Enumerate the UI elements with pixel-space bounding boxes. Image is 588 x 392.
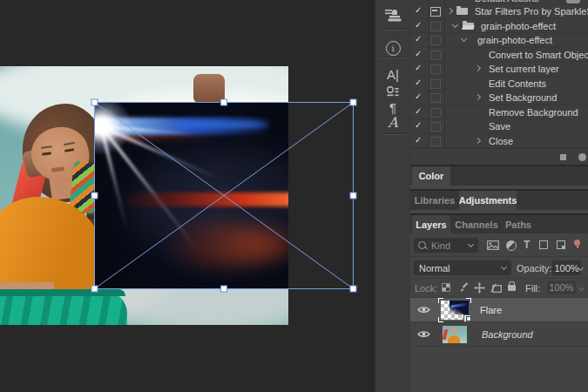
tool-presets-panel-icon[interactable] [375, 5, 410, 28]
layer-row-background[interactable]: Background [410, 322, 588, 347]
transform-handle-mid-right[interactable] [350, 193, 356, 199]
modal-toggle-empty[interactable] [430, 64, 441, 74]
modal-toggle-empty[interactable] [430, 93, 441, 103]
visibility-eye-icon[interactable] [417, 305, 430, 314]
transform-handle-top-left[interactable] [91, 99, 98, 105]
fill-value: 100% [549, 282, 573, 293]
action-step-row[interactable]: ✓ Set current layer [410, 62, 588, 77]
include-check-icon[interactable]: ✓ [415, 5, 422, 15]
include-check-icon[interactable]: ✓ [415, 63, 422, 72]
filter-kind-dropdown[interactable]: Kind [414, 238, 478, 253]
expand-chevron-icon[interactable] [475, 65, 481, 71]
modal-toggle-empty[interactable] [430, 79, 441, 89]
flare-layer-thumbnail[interactable] [441, 301, 469, 320]
character-styles-panel-icon[interactable]: A [375, 112, 410, 134]
include-check-icon[interactable]: ✓ [415, 20, 422, 30]
layers-tabbar: Layers Channels Paths [410, 215, 588, 233]
filter-pixel-layers-icon[interactable] [487, 240, 499, 250]
background-layer-thumbnail[interactable] [443, 326, 467, 343]
layer-name[interactable]: Background [482, 329, 533, 340]
fill-label: Fill: [525, 283, 540, 294]
filter-shape-layers-icon[interactable] [539, 240, 548, 249]
tab-layers[interactable]: Layers [412, 215, 450, 233]
action-step-label: Close [489, 136, 513, 146]
scrollbar-thumb-fragment[interactable] [566, 0, 580, 3]
tab-color[interactable]: Color [412, 166, 450, 186]
info-panel-icon[interactable]: i [375, 37, 410, 59]
blend-mode-dropdown[interactable]: Normal [414, 260, 511, 275]
include-check-icon[interactable]: ✓ [415, 34, 422, 44]
transform-handle-bottom-left[interactable] [91, 286, 98, 292]
action-step-label: Set Background [489, 92, 557, 103]
tab-adjustments[interactable]: Adjustments [459, 191, 517, 210]
thumb-corner [438, 317, 443, 322]
action-step-label: Edit Contents [489, 78, 546, 89]
modal-dialog-toggle-icon[interactable] [430, 7, 441, 17]
stop-recording-button[interactable] [560, 154, 566, 160]
lock-position-icon[interactable] [474, 282, 485, 294]
blend-mode-value: Normal [419, 263, 449, 274]
filter-adjustment-layers-icon[interactable] [506, 240, 517, 251]
panels-column: Default Actions ✓ Star Filters Pro by Sp… [410, 0, 588, 392]
action-step-row[interactable]: ✓ Remove Background [410, 105, 588, 120]
expand-chevron-icon[interactable] [447, 8, 453, 14]
lock-image-pixels-icon[interactable] [458, 282, 469, 293]
action-step-row[interactable]: ✓ Save [410, 119, 588, 134]
lock-transparent-pixels-icon[interactable] [442, 283, 450, 292]
collapse-chevron-icon[interactable] [452, 21, 458, 27]
action-step-row[interactable]: ✓ Convert to Smart Object [410, 48, 588, 63]
action-step-row[interactable]: ✓ Edit Contents [410, 77, 588, 91]
action-step-row[interactable]: ✓ Set Background [410, 91, 588, 105]
action-set-row[interactable]: ✓ grain-photo-effect [410, 19, 588, 34]
layer-row-flare[interactable]: Flare [410, 298, 588, 322]
fill-dropdown-button[interactable] [576, 280, 586, 294]
search-icon [418, 241, 426, 249]
thumb-corner [438, 298, 443, 303]
expand-chevron-icon[interactable] [475, 137, 481, 143]
panel-icon-dock: i A| ¶ A [375, 0, 410, 392]
include-check-icon[interactable]: ✓ [415, 120, 422, 130]
stamp-icon [384, 8, 402, 25]
transform-handle-top-center[interactable] [221, 99, 227, 105]
filter-toggle-icon[interactable] [574, 240, 580, 246]
action-step-label: Convert to Smart Object [489, 50, 588, 60]
include-check-icon[interactable]: ✓ [415, 91, 422, 101]
opacity-dropdown-button[interactable] [575, 260, 586, 275]
transform-handle-bottom-center[interactable] [221, 286, 227, 292]
actions-panel: Default Actions ✓ Star Filters Pro by Sp… [410, 0, 588, 148]
include-check-icon[interactable]: ✓ [415, 78, 422, 87]
modal-toggle-empty[interactable] [430, 22, 441, 31]
transform-handle-mid-left[interactable] [91, 193, 98, 199]
collapse-chevron-icon[interactable] [461, 36, 467, 42]
include-check-icon[interactable]: ✓ [415, 106, 422, 116]
modal-toggle-empty[interactable] [430, 137, 441, 146]
tab-label: Color [419, 171, 444, 181]
tab-channels[interactable]: Channels [452, 215, 501, 233]
tab-paths[interactable]: Paths [501, 215, 536, 233]
filter-type-layers-icon[interactable]: T [524, 239, 530, 251]
modal-toggle-empty[interactable] [430, 108, 441, 118]
include-check-icon[interactable]: ✓ [415, 135, 422, 145]
action-row[interactable]: ✓ grain-photo-effect [410, 33, 588, 48]
layer-filter-row: Kind T [410, 233, 588, 257]
tab-libraries[interactable]: Libraries [412, 191, 457, 210]
transform-handle-bottom-right[interactable] [350, 286, 356, 292]
filter-smart-objects-icon[interactable] [557, 240, 565, 249]
lock-artboard-icon[interactable] [490, 283, 502, 293]
fill-value-field[interactable]: 100% [547, 280, 576, 294]
canvas-pasteboard[interactable] [0, 0, 375, 392]
action-step-row[interactable]: ✓ Close [410, 134, 588, 149]
visibility-eye-icon[interactable] [417, 329, 430, 339]
include-check-icon[interactable]: ✓ [415, 49, 422, 58]
action-set-row[interactable]: ✓ Star Filters Pro by SparkleStock (P [410, 4, 588, 19]
transform-handle-top-right[interactable] [350, 99, 356, 105]
expand-chevron-icon[interactable] [475, 94, 481, 100]
record-button[interactable] [578, 153, 586, 161]
layer-name[interactable]: Flare [480, 305, 502, 315]
italic-a-icon: A [388, 116, 398, 130]
modal-toggle-empty[interactable] [430, 51, 441, 60]
lock-all-icon[interactable] [508, 281, 516, 291]
modal-toggle-empty[interactable] [430, 122, 441, 132]
tab-label: Paths [505, 220, 531, 230]
modal-toggle-empty[interactable] [430, 36, 441, 45]
